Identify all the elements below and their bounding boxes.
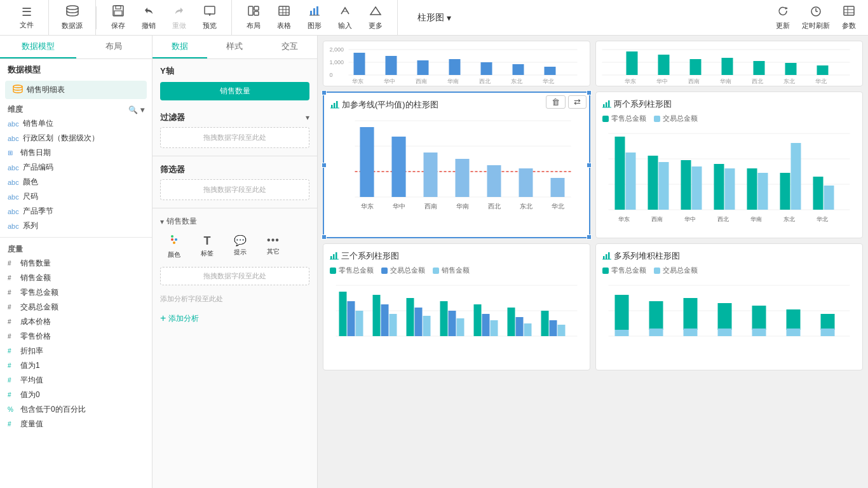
add-analysis-btn[interactable]: + 添加分析 [153, 308, 317, 329]
sel-handle-mr[interactable] [587, 163, 592, 168]
tab-layout[interactable]: 布局 [76, 36, 153, 58]
svg-point-0 [67, 6, 78, 10]
datasource-button[interactable]: 数据源 [57, 3, 88, 33]
tab-data-model[interactable]: 数据模型 [0, 36, 76, 58]
params-button[interactable]: 参数 [835, 3, 863, 33]
svg-rect-145 [482, 314, 490, 336]
timer-button[interactable]: 定时刷新 [797, 3, 835, 33]
y-axis-chip[interactable]: 销售数量 [160, 82, 309, 100]
field-row[interactable]: #销售数量 [0, 256, 152, 271]
undo-button[interactable]: 撤销 [135, 3, 163, 33]
field-row[interactable]: abc颜色 [0, 175, 152, 189]
chart-card-3[interactable]: 三个系列柱形图 零售总金额 交易总金额 销售金额 [323, 243, 590, 370]
params-label: 参数 [842, 21, 856, 30]
field-row[interactable]: abc产品编码 [0, 160, 152, 175]
svg-text:华东: 华东 [625, 78, 636, 85]
chart-button[interactable]: 图形 [301, 3, 329, 33]
svg-rect-143 [457, 318, 465, 336]
field-row[interactable]: #平均值 [0, 373, 152, 388]
field-row[interactable]: #零售总金额 [0, 285, 152, 300]
tab-data[interactable]: 数据 [153, 36, 207, 58]
field-row[interactable]: #销售金额 [0, 271, 152, 285]
top-chart-left: 2,000 1,000 0 华东 [323, 41, 590, 86]
sel-handle-tr[interactable] [587, 90, 592, 95]
sel-handle-ml[interactable] [322, 163, 327, 168]
measure-collapse-icon[interactable]: ▾ [160, 217, 164, 226]
field-row[interactable]: #值为1 [0, 358, 152, 373]
field-row[interactable]: #度量值 [0, 417, 152, 431]
field-row[interactable]: ⊞销售日期 [0, 146, 152, 160]
sel-handle-tl[interactable] [322, 90, 327, 95]
svg-rect-134 [356, 311, 363, 336]
legend-dot-retail [602, 116, 609, 122]
layout-button[interactable]: 布局 [240, 3, 268, 33]
preview-button[interactable]: 预览 [196, 3, 224, 33]
svg-rect-161 [615, 330, 629, 336]
sel-handle-bl[interactable] [322, 234, 327, 240]
redo-button[interactable]: 重做 [165, 3, 193, 33]
svg-rect-46 [545, 67, 556, 75]
tab-style[interactable]: 样式 [207, 36, 262, 58]
field-row[interactable]: #交易总金额 [0, 300, 152, 315]
svg-text:西北: 西北 [752, 78, 763, 85]
tooltip-btn[interactable]: 💬 提示 [226, 232, 254, 262]
collapse-icon[interactable]: ▾ [140, 105, 144, 114]
svg-rect-132 [339, 292, 347, 336]
legend-label-trade: 交易总金额 [663, 114, 698, 123]
charts-grid: 🗑 ⇄ 加参考线(平均值)的柱形图 [318, 86, 868, 376]
update-button[interactable]: 更新 [769, 3, 797, 33]
filter-collapse-btn[interactable]: ▾ [306, 113, 309, 122]
search-icon[interactable]: 🔍 [128, 105, 138, 114]
chart-card-2[interactable]: 两个系列柱形图 零售总金额 交易总金额 [595, 92, 863, 238]
measure-drop-zone[interactable]: 拖拽数据字段至此处 [160, 267, 309, 285]
field-type-icon: # [8, 289, 17, 296]
chart-card-4[interactable]: 多系列堆积柱形图 零售总金额 交易总金额 [595, 243, 863, 370]
field-row[interactable]: abc系列 [0, 219, 152, 233]
svg-text:东北: 东北 [520, 203, 532, 210]
field-row[interactable]: %包含低于0的百分比 [0, 402, 152, 417]
other-label: 其它 [267, 247, 280, 256]
table-button[interactable]: 表格 [270, 3, 298, 33]
field-row[interactable]: #折扣率 [0, 344, 152, 358]
input-icon [339, 5, 351, 20]
svg-rect-7 [248, 6, 253, 15]
svg-text:华南: 华南 [720, 78, 731, 85]
label-btn[interactable]: T 标签 [193, 232, 221, 262]
title-dropdown-icon[interactable]: ▾ [447, 13, 451, 23]
field-row[interactable]: #值为0 [0, 388, 152, 402]
svg-rect-168 [752, 306, 766, 330]
middle-panel: 数据 样式 交互 Y轴 销售数量 过滤器 ▾ 拖拽数据字段至此处 筛选器 拖拽数… [153, 36, 318, 488]
input-button[interactable]: 输入 [331, 3, 359, 33]
dimensions-section: 维度 🔍 ▾ abc销售单位 abc行政区划（数据级次） ⊞销售日期 abc产品… [0, 99, 152, 236]
svg-rect-58 [658, 55, 670, 75]
chart-card-1[interactable]: 🗑 ⇄ 加参考线(平均值)的柱形图 [323, 92, 590, 238]
data-table-item[interactable]: 销售明细表 [5, 81, 147, 99]
field-row[interactable]: #零售价格 [0, 329, 152, 344]
sel-handle-br[interactable] [587, 234, 592, 240]
file-button[interactable]: ☰ 文件 [13, 3, 41, 32]
edit-chart-btn[interactable]: ⇄ [568, 95, 587, 109]
field-row[interactable]: abc销售单位 [0, 116, 152, 131]
screener-drop-zone[interactable]: 拖拽数据字段至此处 [160, 179, 309, 200]
measure-toolbar: 颜色 T 标签 💬 提示 ••• 其它 [160, 232, 309, 262]
tab-interact[interactable]: 交互 [262, 36, 317, 58]
color-btn[interactable]: 颜色 [160, 232, 188, 262]
middle-tabs: 数据 样式 交互 [153, 36, 317, 59]
field-type-icon: % [8, 406, 17, 413]
field-row[interactable]: abc产品季节 [0, 204, 152, 219]
table-label: 表格 [277, 21, 291, 30]
other-btn[interactable]: ••• 其它 [259, 232, 287, 262]
field-name: 销售单位 [23, 118, 53, 129]
svg-rect-173 [821, 329, 835, 336]
field-row[interactable]: abc尺码 [0, 189, 152, 204]
filter-drop-zone[interactable]: 拖拽数据字段至此处 [160, 127, 309, 148]
field-row[interactable]: abc行政区划（数据级次） [0, 131, 152, 146]
delete-chart-btn[interactable]: 🗑 [546, 95, 566, 109]
more-button[interactable]: 更多 [362, 3, 390, 33]
field-type-icon: # [8, 318, 17, 325]
save-button[interactable]: 保存 [104, 3, 132, 33]
svg-rect-172 [821, 314, 835, 330]
chart2-title-text: 两个系列柱形图 [614, 98, 672, 110]
svg-text:华南: 华南 [456, 203, 469, 210]
field-row[interactable]: #成本价格 [0, 315, 152, 329]
